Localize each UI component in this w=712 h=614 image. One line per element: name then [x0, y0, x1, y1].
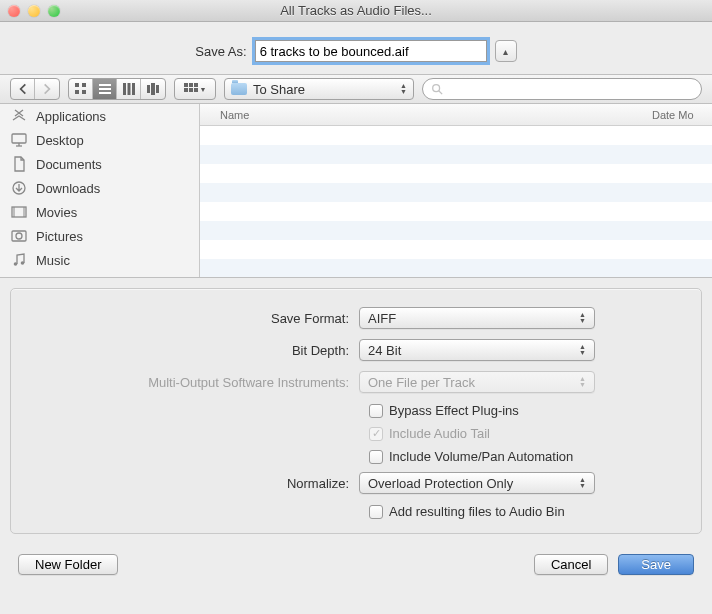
sidebar-item-movies[interactable]: Movies: [0, 200, 199, 224]
multi-output-label: Multi-Output Software Instruments:: [29, 375, 359, 390]
save-format-popup[interactable]: AIFF ▲▼: [359, 307, 595, 329]
updown-icon: ▲▼: [579, 477, 586, 489]
svg-rect-3: [82, 90, 86, 94]
normalize-label: Normalize:: [29, 476, 359, 491]
bottom-bar: New Folder Cancel Save: [0, 544, 712, 585]
svg-rect-21: [12, 134, 26, 143]
search-field[interactable]: [422, 78, 702, 100]
svg-rect-5: [99, 88, 111, 90]
svg-rect-2: [75, 90, 79, 94]
svg-line-20: [439, 91, 442, 94]
svg-rect-8: [127, 83, 130, 95]
options-panel: Save Format: AIFF ▲▼ Bit Depth: 24 Bit ▲…: [10, 288, 702, 534]
file-row: [200, 259, 712, 277]
svg-rect-7: [123, 83, 126, 95]
save-as-label: Save As:: [195, 44, 246, 59]
column-name-header[interactable]: Name: [200, 109, 652, 121]
applications-icon: [10, 108, 28, 124]
multi-output-value: One File per Track: [368, 375, 475, 390]
movies-icon: [10, 204, 28, 220]
nav-back-button[interactable]: [11, 79, 35, 99]
sidebar-item-pictures[interactable]: Pictures: [0, 224, 199, 248]
sidebar-item-label: Documents: [36, 157, 102, 172]
normalize-value: Overload Protection Only: [368, 476, 513, 491]
view-icons-button[interactable]: [69, 79, 93, 99]
sidebar-item-desktop[interactable]: Desktop: [0, 128, 199, 152]
svg-rect-10: [147, 85, 150, 93]
view-columns-button[interactable]: [117, 79, 141, 99]
svg-rect-0: [75, 83, 79, 87]
save-as-input[interactable]: [255, 40, 487, 62]
bit-depth-popup[interactable]: 24 Bit ▲▼: [359, 339, 595, 361]
save-button[interactable]: Save: [618, 554, 694, 575]
bit-depth-value: 24 Bit: [368, 343, 401, 358]
multi-output-popup: One File per Track ▲▼: [359, 371, 595, 393]
sidebar-item-downloads[interactable]: Downloads: [0, 176, 199, 200]
arrange-menu-button[interactable]: ▼: [174, 78, 216, 100]
cancel-button[interactable]: Cancel: [534, 554, 608, 575]
window-title: All Tracks as Audio Files...: [0, 3, 712, 18]
nav-back-forward: [10, 78, 60, 100]
svg-rect-16: [184, 88, 188, 92]
sidebar-item-music[interactable]: Music: [0, 248, 199, 272]
file-list-area: Name Date Mo: [200, 104, 712, 277]
sidebar-item-label: Desktop: [36, 133, 84, 148]
nav-forward-button[interactable]: [35, 79, 59, 99]
include-vol-pan-checkbox[interactable]: [369, 450, 383, 464]
search-input[interactable]: [447, 82, 693, 96]
view-coverflow-button[interactable]: [141, 79, 165, 99]
svg-rect-9: [132, 83, 135, 95]
include-tail-checkbox: ✓: [369, 427, 383, 441]
file-row: [200, 145, 712, 164]
svg-rect-15: [194, 83, 198, 87]
file-row: [200, 202, 712, 221]
include-tail-label: Include Audio Tail: [389, 426, 490, 441]
svg-rect-11: [151, 83, 155, 95]
view-list-button[interactable]: [93, 79, 117, 99]
svg-rect-13: [184, 83, 188, 87]
file-row: [200, 221, 712, 240]
updown-icon: ▲▼: [400, 83, 407, 95]
expand-collapse-button[interactable]: ▴: [495, 40, 517, 62]
sidebar-item-applications[interactable]: Applications: [0, 104, 199, 128]
save-as-row: Save As: ▴: [0, 22, 712, 74]
sidebar-item-label: Movies: [36, 205, 77, 220]
documents-icon: [10, 156, 28, 172]
sidebar: Applications Desktop Documents Downloads…: [0, 104, 200, 277]
include-vol-pan-label: Include Volume/Pan Automation: [389, 449, 573, 464]
bypass-fx-checkbox[interactable]: [369, 404, 383, 418]
sidebar-item-label: Downloads: [36, 181, 100, 196]
file-row: [200, 164, 712, 183]
svg-rect-14: [189, 83, 193, 87]
svg-rect-1: [82, 83, 86, 87]
updown-icon: ▲▼: [579, 376, 586, 388]
svg-point-29: [16, 233, 22, 239]
svg-point-31: [21, 261, 25, 265]
svg-point-30: [14, 262, 18, 266]
file-row: [200, 183, 712, 202]
file-row: [200, 126, 712, 145]
pictures-icon: [10, 228, 28, 244]
sidebar-item-label: Pictures: [36, 229, 83, 244]
titlebar: All Tracks as Audio Files...: [0, 0, 712, 22]
svg-rect-6: [99, 92, 111, 94]
svg-rect-4: [99, 84, 111, 86]
folder-icon: [231, 83, 247, 95]
file-list-header: Name Date Mo: [200, 104, 712, 126]
sidebar-item-label: Music: [36, 253, 70, 268]
normalize-popup[interactable]: Overload Protection Only ▲▼: [359, 472, 595, 494]
svg-rect-18: [194, 88, 198, 92]
add-to-bin-checkbox[interactable]: [369, 505, 383, 519]
desktop-icon: [10, 132, 28, 148]
new-folder-button[interactable]: New Folder: [18, 554, 118, 575]
svg-rect-12: [156, 85, 159, 93]
sidebar-item-documents[interactable]: Documents: [0, 152, 199, 176]
svg-point-19: [433, 85, 440, 92]
column-date-header[interactable]: Date Mo: [652, 109, 712, 121]
add-to-bin-label: Add resulting files to Audio Bin: [389, 504, 565, 519]
location-popup[interactable]: To Share ▲▼: [224, 78, 414, 100]
file-row: [200, 240, 712, 259]
browser-toolbar: ▼ To Share ▲▼: [0, 74, 712, 104]
file-rows: [200, 126, 712, 277]
save-format-value: AIFF: [368, 311, 396, 326]
